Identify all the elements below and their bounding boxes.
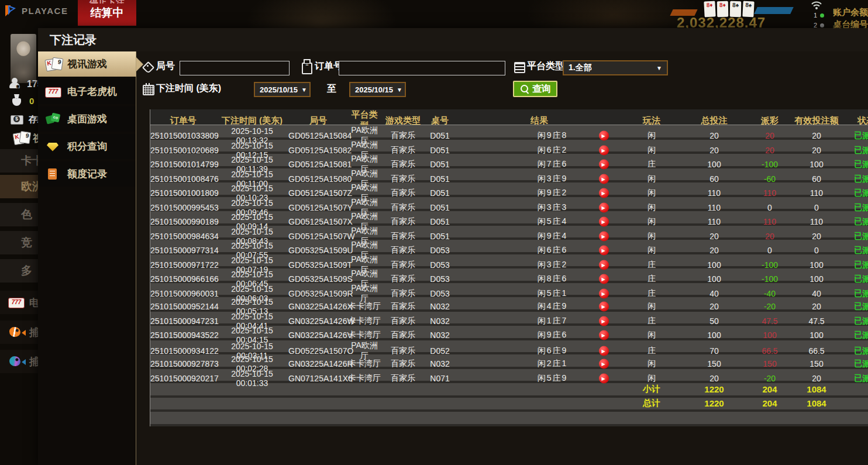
cell-payout: 0 (749, 203, 790, 212)
cell-game-type: 百家乐 (381, 346, 425, 356)
user-id-row: 1756 (0, 78, 38, 91)
cell-payout: 100 (749, 330, 790, 340)
to-label: 至 (327, 83, 336, 95)
lobby-nav-item: 欧洲 (0, 175, 38, 198)
cell-order-no: 251015001033809 (150, 131, 216, 140)
sidebar-item-doc[interactable]: 额度记录 (38, 161, 136, 187)
cell-bet-side: 庄 (624, 316, 679, 326)
cell-total-bet: 100 (679, 330, 749, 340)
search-button[interactable]: 查询 (513, 81, 557, 97)
cell-game-type: 百家乐 (381, 316, 425, 326)
column-header: 结果 (454, 115, 624, 126)
table-row: 251015001001809 2025-10-15 00:10:23 GD05… (150, 182, 868, 197)
cell-order-no: 251015001001809 (150, 188, 216, 198)
summary-valid-bet: 1084 (790, 398, 843, 408)
cell-table-no: D051 (425, 131, 454, 140)
order-filter-label-group: 订单号 (301, 60, 343, 73)
cell-game-type: 百家乐 (381, 274, 425, 284)
date-from-picker[interactable]: 2025/10/15 ▼ (254, 82, 311, 97)
sidebar-item-slots[interactable]: 电子老虎机 (38, 79, 136, 104)
sidebar-item-label: 积分查询 (67, 140, 107, 153)
sidebar-item-cards[interactable]: 视讯游戏 (38, 51, 136, 77)
cell-table-no: D051 (425, 232, 454, 241)
replay-icon[interactable] (599, 246, 609, 256)
sidebar-item-diamond[interactable]: 积分查询 (38, 134, 136, 159)
bet-time-label: 下注时间 (美东) (156, 82, 221, 95)
replay-icon[interactable] (599, 260, 609, 270)
lobby-nav-item: 竞 (0, 231, 38, 254)
replay-icon[interactable] (599, 188, 609, 198)
clipboard-icon (301, 61, 312, 72)
replay-icon[interactable] (599, 131, 609, 141)
cell-table-no: D051 (425, 203, 454, 212)
replay-icon[interactable] (599, 316, 609, 326)
column-header: 总投注 (679, 115, 749, 126)
replay-icon[interactable] (599, 145, 609, 155)
table-row: 251015000984634 2025-10-15 00:08:43 GD05… (150, 226, 868, 240)
cell-platform: 卡卡湾厅 (348, 301, 381, 312)
cell-status: 已派彩 (843, 316, 868, 326)
replay-icon[interactable] (599, 274, 609, 284)
replay-icon[interactable] (599, 288, 609, 298)
cell-result: 闲6庄2 (454, 145, 624, 156)
replay-icon[interactable] (599, 160, 609, 170)
cell-bet-side: 闲 (624, 145, 679, 156)
cell-valid-bet: 20 (790, 146, 843, 155)
replay-icon[interactable] (599, 302, 609, 312)
summary-payout: 204 (749, 398, 790, 408)
cell-total-bet: 100 (679, 260, 749, 270)
table-row: 251015000943522 2025-10-15 00:04:15 GN03… (150, 326, 868, 340)
cell-bet-side: 闲 (624, 373, 679, 384)
round-input[interactable] (180, 61, 290, 75)
replay-icon[interactable] (599, 359, 609, 369)
slots-icon (45, 85, 61, 99)
cell-valid-bet: 100 (790, 274, 843, 284)
cell-bet-time: 2025-10-15 00:01:33 (216, 369, 288, 388)
cell-table-no: D051 (425, 188, 454, 198)
date-to-picker[interactable]: 2025/10/15 ▼ (349, 82, 406, 97)
cell-table-no: N032 (425, 330, 454, 340)
platform-select[interactable]: 1.全部 ▼ (563, 60, 668, 75)
cell-payout: 110 (749, 217, 790, 226)
cell-game-type: 百家乐 (381, 301, 425, 312)
cell-result: 闲1庄7 (454, 316, 624, 326)
replay-icon[interactable] (599, 346, 609, 356)
cell-round-no: GD05125A15082 (288, 146, 348, 155)
cell-payout: -100 (749, 160, 790, 169)
date-from-value: 2025/10/15 (260, 85, 298, 94)
cell-order-no: 251015000927873 (150, 359, 216, 368)
money-bag-icon (9, 94, 26, 108)
fish-orange-icon (8, 325, 25, 339)
search-icon (519, 84, 531, 95)
cell-total-bet: 20 (679, 246, 749, 255)
replay-icon[interactable] (599, 174, 609, 184)
seat-status-dot (820, 13, 824, 18)
cell-bet-side: 闲 (624, 359, 679, 369)
cell-order-no: 251015001020689 (150, 146, 216, 155)
table-row: 251015000952144 2025-10-15 00:05:13 GN03… (150, 297, 868, 312)
cell-order-no: 251015000952144 (150, 302, 216, 311)
replay-icon[interactable] (599, 231, 609, 241)
cell-total-bet: 40 (679, 289, 749, 298)
cell-result: 闲3庄3 (454, 202, 624, 213)
cell-total-bet: 20 (679, 232, 749, 241)
order-input[interactable] (339, 61, 505, 75)
platform-icon (513, 61, 524, 72)
replay-icon[interactable] (599, 217, 609, 227)
replay-icon[interactable] (599, 202, 609, 212)
cell-total-bet: 110 (679, 188, 749, 198)
column-header: 有效投注额 (790, 115, 843, 126)
sidebar-item-tables[interactable]: 桌面游戏 (38, 106, 136, 132)
deposit-row: 存款 (0, 112, 38, 126)
replay-icon[interactable] (599, 330, 609, 340)
cell-result: 闲5庄9 (454, 373, 624, 384)
seat-row-1: 1 (814, 12, 824, 19)
video-games-row: 视讯 (0, 129, 38, 147)
sidebar-item-label: 额度记录 (67, 167, 107, 181)
replay-icon[interactable] (599, 373, 609, 383)
cell-total-bet: 20 (679, 302, 749, 311)
cell-table-no: D052 (425, 346, 454, 356)
cell-result: 闲9庄6 (454, 330, 624, 340)
cell-round-no: GD05125A15080 (288, 174, 348, 184)
cell-payout: -100 (749, 260, 790, 270)
